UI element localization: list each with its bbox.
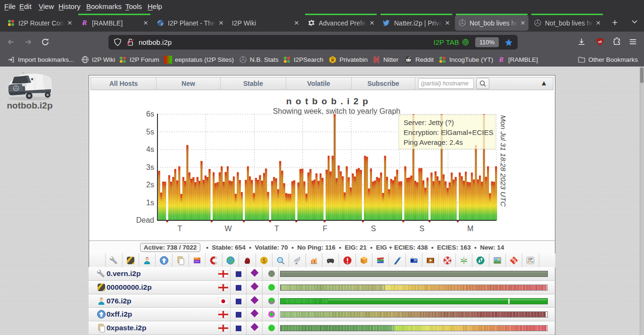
svg-text:3s: 3s <box>146 163 154 171</box>
svg-text:u0: u0 <box>598 40 602 43</box>
svg-text:4s: 4s <box>146 145 154 153</box>
svg-text:S: S <box>420 225 425 233</box>
svg-text:T: T <box>274 225 279 233</box>
svg-text:Dead: Dead <box>136 216 154 224</box>
svg-text:1s: 1s <box>146 199 154 207</box>
svg-text:6s: 6s <box>146 110 154 118</box>
svg-text:2s: 2s <box>146 181 154 189</box>
svg-text:W: W <box>225 225 232 233</box>
svg-text:(: ( <box>83 21 84 26</box>
svg-text:$: $ <box>262 258 265 264</box>
svg-text:5s: 5s <box>146 128 154 136</box>
svg-text:T: T <box>178 225 182 233</box>
svg-text:M: M <box>467 225 473 233</box>
svg-text:F: F <box>323 225 328 233</box>
svg-text:(: ( <box>499 58 501 63</box>
svg-text:S: S <box>371 225 376 233</box>
svg-text:I2P: I2P <box>528 258 533 261</box>
